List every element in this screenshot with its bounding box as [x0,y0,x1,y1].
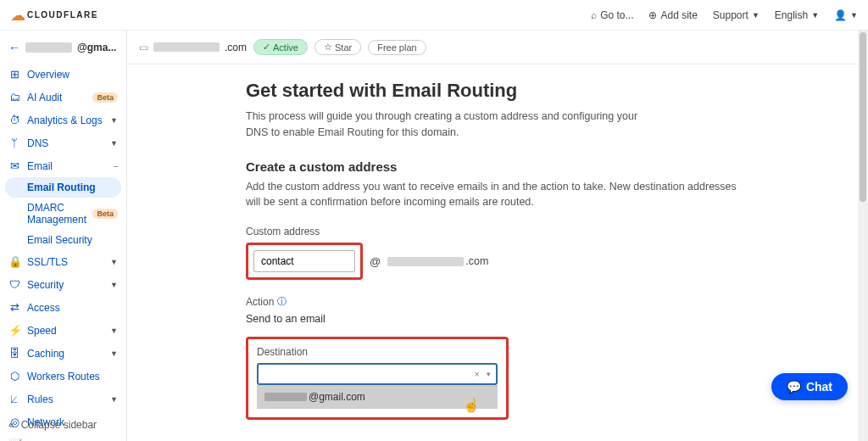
chat-icon: 💬 [787,380,801,394]
speed-icon: ⚡ [8,324,20,337]
user-menu[interactable]: 👤 ▼ [834,9,858,21]
beta-badge: Beta [92,92,118,103]
chevron-down-icon: ▼ [110,258,118,266]
custom-address-input[interactable] [253,250,355,272]
sidebar-item-overview[interactable]: ⊞Overview [0,63,126,86]
chevron-down-icon: ▼ [850,11,858,20]
cloud-icon: ☁ [10,8,25,23]
sidebar-item-ai-audit[interactable]: 🗂AI AuditBeta [0,86,126,109]
info-icon[interactable]: ⓘ [277,295,287,308]
chevron-down-icon: ▼ [811,11,819,20]
sidebar-item-security[interactable]: 🛡Security▼ [0,273,126,296]
chevron-down-icon: ▼ [110,395,118,404]
scrollbar[interactable] [858,31,868,441]
support-menu[interactable]: Support ▼ [713,9,760,21]
beta-badge: Beta [92,209,118,219]
section-title: Create a custom address [246,159,834,174]
sidebar-item-email[interactable]: ✉Email– [0,154,126,177]
destination-label: Destination [257,346,498,358]
collapse-icon: « [8,419,14,431]
action-value: Send to an email [246,313,834,325]
plan-pill: Free plan [368,40,426,55]
domain-selector[interactable]: ▭ .com [139,42,247,53]
domain-redacted [153,42,220,52]
globe-icon: ▭ [139,42,148,53]
account-label: @gma... [77,42,116,53]
search-icon: ⌕ [591,9,597,21]
overview-icon: ⊞ [8,68,20,81]
sidebar-item-access[interactable]: ⇄Access [0,296,126,319]
sidebar-sub-email-routing[interactable]: Email Routing [5,177,121,198]
email-icon: ✉ [8,159,20,172]
logo[interactable]: ☁ CLOUDFLARE [10,8,98,23]
collapse-sidebar[interactable]: « Collapse sidebar [0,414,126,436]
sidebar: ← @gma... ⊞Overview 🗂AI AuditBeta ⏱Analy… [0,31,127,441]
sidebar-sub-email-security[interactable]: Email Security [0,230,126,250]
chevron-down-icon: ▼ [110,116,118,125]
sidebar-item-analytics[interactable]: ⏱Analytics & Logs▼ [0,109,126,131]
action-label: Action ⓘ [246,295,834,308]
access-icon: ⇄ [8,301,20,314]
goto-link[interactable]: ⌕ Go to... [591,9,633,21]
destination-option[interactable]: @gmail.com ☝ [258,386,497,408]
status-active-pill: ✓ Active [253,39,308,55]
highlight-box [246,243,363,280]
chevron-down-icon: ▼ [110,327,118,335]
option-redacted [264,393,307,401]
cursor-icon: ☝ [463,397,480,413]
workers-icon: ⬡ [8,370,20,382]
ai-icon: 🗂 [8,91,20,103]
back-arrow[interactable]: ← [8,41,20,54]
dns-icon: ᛘ [8,137,20,149]
language-menu[interactable]: English ▼ [775,9,819,21]
section-desc: Add the custom address you want to recei… [246,179,737,211]
account-redacted [25,42,72,53]
clear-icon[interactable]: × [475,369,480,379]
chevron-down-icon: ▼ [110,139,118,148]
domain-display: .com [387,255,488,267]
at-symbol: @ [370,255,381,268]
custom-address-label: Custom address [246,226,834,237]
brand-text: CLOUDFLARE [27,10,98,20]
page-intro: This process will guide you through crea… [246,109,653,141]
rules-icon: ⟀ [8,393,20,405]
sidebar-item-ssl[interactable]: 🔒SSL/TLS▼ [0,250,126,273]
sidebar-item-dns[interactable]: ᛘDNS▼ [0,131,126,154]
star-button[interactable]: ☆ Star [314,39,361,55]
sidebar-item-workers[interactable]: ⬡Workers Routes [0,365,126,388]
add-site-button[interactable]: ⊕ Add site [648,9,697,21]
chevron-down-icon[interactable]: ▾ [487,370,491,378]
destination-combobox[interactable]: × ▾ [257,363,498,385]
user-icon: 👤 [834,9,847,21]
scrollbar-thumb[interactable] [860,32,866,202]
sidebar-sub-dmarc[interactable]: DMARC ManagementBeta [0,198,126,230]
chat-button[interactable]: 💬 Chat [771,373,848,400]
caching-icon: 🗄 [8,347,20,360]
destination-dropdown: @gmail.com ☝ [257,385,498,409]
analytics-icon: ⏱ [8,114,20,126]
chevron-down-icon: ▼ [752,11,760,20]
sidebar-item-speed[interactable]: ⚡Speed▼ [0,319,126,342]
page-title: Get started with Email Routing [246,80,834,102]
highlight-box: Destination × ▾ @gmail.com ☝ [246,337,509,420]
lock-icon: 🔒 [8,255,20,268]
chevron-down-icon: ▼ [110,281,118,289]
chevron-down-icon: ▼ [110,349,118,358]
chevron-up-icon: – [114,162,118,170]
plus-icon: ⊕ [648,9,657,21]
shield-icon: 🛡 [8,278,20,291]
sidebar-item-rules[interactable]: ⟀Rules▼ [0,388,126,410]
sidebar-item-caching[interactable]: 🗄Caching▼ [0,342,126,365]
